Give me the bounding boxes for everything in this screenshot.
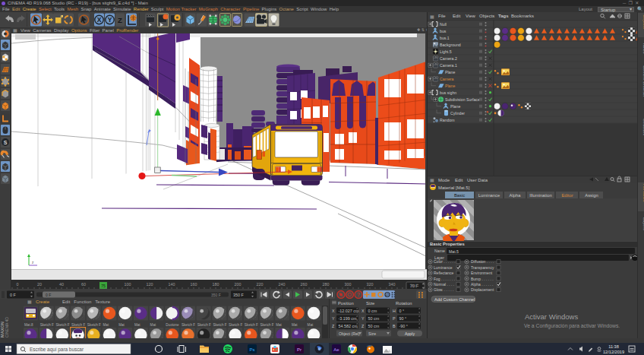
svg-text:Sketch F: Sketch F	[260, 323, 274, 327]
svg-text:Color . . . . . .: Color . . . . . .	[434, 259, 456, 264]
svg-text:Mat: Mat	[308, 323, 314, 327]
svg-text:0: 0	[17, 282, 19, 287]
svg-text:Sketch F: Sketch F	[40, 323, 54, 327]
svg-text:350 F: 350 F	[211, 293, 221, 297]
svg-text:Sketch F: Sketch F	[213, 323, 226, 327]
svg-text:11:38: 11:38	[608, 344, 619, 349]
svg-text:Z: Z	[118, 16, 122, 24]
svg-text:Environment: Environment	[471, 271, 493, 275]
svg-text:X: X	[361, 309, 365, 313]
svg-text:P: P	[386, 293, 389, 297]
svg-text:Size: Size	[366, 301, 374, 306]
svg-text:Alpha: Alpha	[510, 193, 522, 198]
svg-text:Plane: Plane	[450, 104, 460, 109]
svg-text:Bump . . . . . .: Bump . . . . . .	[471, 277, 494, 281]
svg-text:Mode: Mode	[438, 178, 450, 182]
svg-text:Tags: Tags	[498, 14, 509, 18]
svg-text:0 cm: 0 cm	[368, 309, 377, 313]
svg-text:Ve a Configuración para activa: Ve a Configuración para activar Windows.	[524, 323, 620, 329]
svg-text:Subdivision Surface: Subdivision Surface	[445, 97, 480, 102]
svg-text:Mat: Mat	[276, 323, 282, 327]
svg-text:20: 20	[37, 282, 42, 287]
svg-text:Random: Random	[440, 118, 455, 122]
svg-text:Pr: Pr	[297, 347, 301, 352]
svg-text:Object (Rel): Object (Rel)	[339, 331, 360, 336]
svg-text:220: 220	[257, 282, 264, 287]
svg-text:Material [Mat.5]: Material [Mat.5]	[438, 185, 470, 190]
svg-text:Reflectance: Reflectance	[434, 271, 454, 275]
svg-text:Escribe aquí para buscar: Escribe aquí para buscar	[30, 347, 84, 353]
svg-text:140: 140	[169, 282, 175, 287]
svg-text:Sketch F: Sketch F	[55, 323, 69, 327]
svg-text:-12.027 cm: -12.027 cm	[339, 309, 359, 313]
svg-text:Camera.1: Camera.1	[440, 63, 457, 68]
svg-text:S: S	[4, 140, 8, 145]
svg-text:Mat: Mat	[292, 323, 298, 327]
svg-text:60: 60	[81, 282, 86, 287]
svg-text:180: 180	[213, 282, 219, 287]
svg-text:Sketch F: Sketch F	[182, 323, 195, 327]
svg-text:Background: Background	[440, 43, 461, 47]
svg-text:40: 40	[59, 282, 64, 287]
svg-text:75: 75	[101, 284, 106, 288]
svg-text:Mat: Mat	[134, 323, 140, 327]
svg-text:Normal . . . .: Normal . . . .	[434, 282, 454, 287]
svg-text:Sketch F: Sketch F	[245, 323, 258, 327]
svg-text:Light.5: Light.5	[440, 49, 452, 54]
svg-text:User Data: User Data	[467, 178, 488, 182]
svg-text:260: 260	[301, 282, 308, 287]
svg-text:Mat.8: Mat.8	[24, 323, 33, 327]
svg-text:Plane: Plane	[445, 84, 455, 88]
svg-text:Y: Y	[108, 16, 112, 24]
svg-text:Editor: Editor	[561, 193, 573, 198]
svg-text:Sketch F: Sketch F	[229, 323, 242, 327]
svg-text:240: 240	[279, 282, 286, 287]
svg-text:Position: Position	[338, 301, 354, 306]
svg-text:200: 200	[235, 282, 242, 287]
svg-text:Apply: Apply	[405, 331, 415, 336]
svg-text:Alpha . . . . . .: Alpha . . . . . .	[471, 282, 493, 287]
svg-text:P: P	[393, 316, 396, 321]
svg-text:Fog . . . . . . .: Fog . . . . . . .	[434, 277, 455, 281]
svg-text:Luminance: Luminance	[478, 193, 500, 198]
svg-text:Z: Z	[332, 324, 335, 328]
svg-text:Transparency: Transparency	[471, 265, 494, 270]
svg-text:-90 °: -90 °	[399, 324, 408, 328]
svg-text:Ps: Ps	[249, 347, 254, 352]
svg-text:Sketch F: Sketch F	[87, 323, 101, 327]
svg-text:-3.199 cm: -3.199 cm	[339, 316, 357, 321]
svg-text:0 F: 0 F	[10, 293, 16, 297]
svg-text:Plane: Plane	[445, 70, 455, 74]
svg-text:350 F: 350 F	[233, 293, 244, 297]
svg-text:280: 280	[323, 282, 330, 287]
svg-text:50 cm: 50 cm	[368, 324, 380, 328]
svg-text:Mat: Mat	[150, 323, 156, 327]
svg-text:Basic Properties: Basic Properties	[430, 242, 465, 246]
svg-text:50 cm: 50 cm	[368, 316, 380, 321]
svg-text:bus.1: bus.1	[440, 36, 450, 40]
svg-text:Z: Z	[361, 324, 365, 328]
svg-text:Illumination: Illumination	[529, 193, 551, 198]
svg-text:90 °: 90 °	[399, 316, 407, 321]
svg-text:X: X	[332, 309, 335, 313]
svg-text:Glow. . . . . .: Glow. . . . . .	[434, 287, 453, 292]
svg-text:12/12/2019: 12/12/2019	[603, 350, 624, 354]
svg-text:Diffusion . . . .: Diffusion . . . .	[471, 259, 494, 264]
svg-text:▦: ▦	[430, 178, 434, 182]
svg-text:Size: Size	[368, 331, 376, 336]
svg-text:Basic: Basic	[454, 193, 465, 198]
svg-text:Displacement: Displacement	[471, 287, 494, 292]
svg-text:Mat.5: Mat.5	[449, 249, 459, 254]
svg-text:Bookmarks: Bookmarks	[511, 14, 534, 18]
svg-text:70 F: 70 F	[410, 284, 418, 288]
svg-text:Cylinder: Cylinder	[450, 111, 465, 116]
svg-text:340: 340	[389, 282, 396, 287]
svg-text:Camera.2: Camera.2	[440, 56, 457, 61]
svg-text:Mat: Mat	[103, 323, 109, 327]
svg-text:0 F: 0 F	[46, 293, 51, 297]
svg-text:Activar Windows: Activar Windows	[525, 312, 578, 321]
svg-text:120: 120	[147, 282, 153, 287]
svg-text:Sketch F: Sketch F	[71, 323, 85, 327]
svg-text:0 °: 0 °	[399, 309, 405, 313]
svg-text:?: ?	[357, 292, 360, 297]
